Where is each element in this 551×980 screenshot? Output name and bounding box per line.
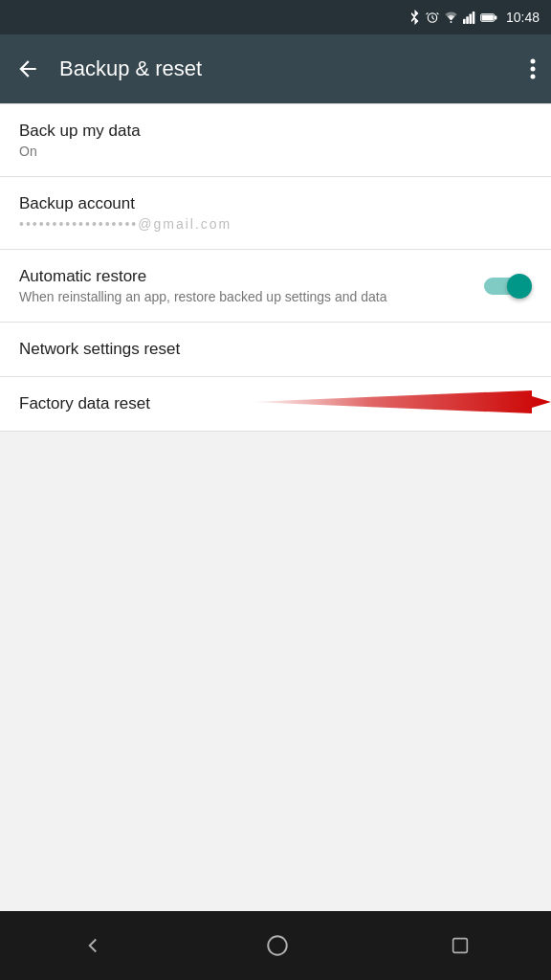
bluetooth-icon	[408, 10, 421, 25]
svg-point-1	[451, 21, 452, 23]
backup-my-data-title: Back up my data	[19, 122, 532, 141]
network-settings-reset-item[interactable]: Network settings reset	[0, 323, 551, 377]
automatic-restore-title: Automatic restore	[19, 267, 463, 286]
automatic-restore-toggle[interactable]	[482, 272, 532, 301]
nav-bar	[0, 911, 551, 980]
nav-home-button[interactable]	[253, 922, 301, 969]
signal-icon	[463, 11, 475, 24]
backup-account-item[interactable]: Backup account ••••••••••••••••••@gmail.…	[0, 177, 551, 250]
svg-rect-8	[482, 14, 494, 20]
network-settings-reset-title: Network settings reset	[19, 340, 532, 359]
wifi-icon	[444, 11, 458, 23]
svg-rect-14	[453, 939, 468, 953]
backup-my-data-subtitle: On	[19, 144, 532, 159]
alarm-icon	[426, 11, 439, 24]
svg-rect-3	[466, 16, 469, 24]
backup-my-data-item[interactable]: Back up my data On	[0, 103, 551, 177]
more-options-button[interactable]	[530, 57, 536, 80]
status-bar: 10:48	[0, 0, 551, 34]
app-bar-title: Backup & reset	[59, 56, 530, 81]
svg-point-10	[531, 67, 536, 72]
automatic-restore-item[interactable]: Automatic restore When reinstalling an a…	[0, 250, 551, 323]
status-time: 10:48	[506, 10, 540, 25]
svg-point-13	[268, 936, 287, 955]
svg-point-11	[531, 75, 536, 79]
svg-rect-7	[495, 15, 497, 19]
settings-content: Back up my data On Backup account ••••••…	[0, 103, 551, 911]
automatic-restore-subtitle: When reinstalling an app, restore backed…	[19, 289, 463, 304]
factory-data-reset-title: Factory data reset	[19, 394, 532, 413]
backup-account-title: Backup account	[19, 194, 532, 213]
svg-rect-4	[469, 13, 472, 23]
svg-rect-5	[473, 11, 475, 24]
nav-back-button[interactable]	[69, 922, 117, 969]
app-bar: Backup & reset	[0, 34, 551, 103]
battery-icon	[480, 11, 497, 24]
toggle-thumb	[507, 274, 532, 299]
back-button[interactable]	[15, 56, 40, 81]
nav-recents-button[interactable]	[438, 924, 482, 968]
factory-data-reset-item[interactable]: Factory data reset	[0, 377, 551, 432]
svg-point-9	[531, 59, 536, 64]
svg-rect-2	[463, 18, 466, 23]
status-icons: 10:48	[408, 10, 540, 25]
backup-account-email: ••••••••••••••••••@gmail.com	[19, 216, 532, 232]
